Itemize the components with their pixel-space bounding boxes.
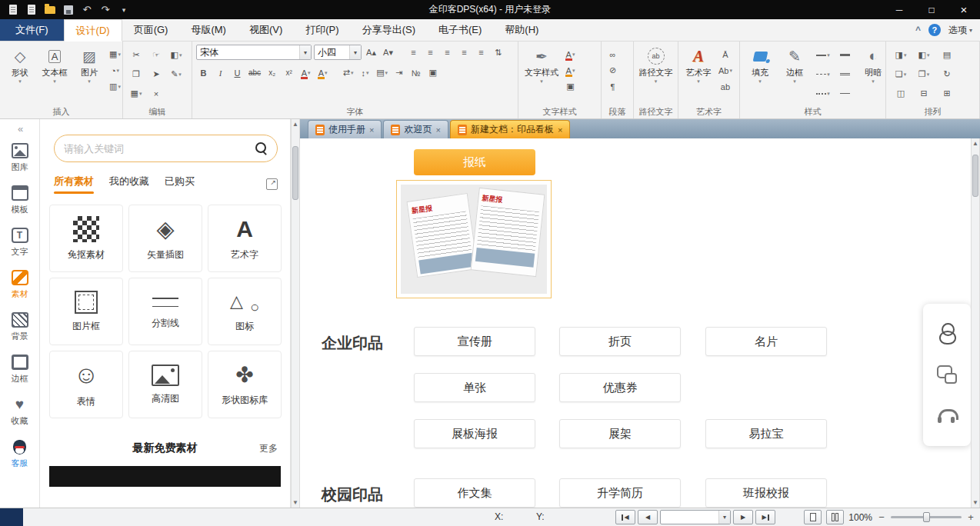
char-spacing-button[interactable]: ⇄▾ (341, 65, 355, 80)
menu-tab-file[interactable]: 文件(F) (0, 19, 64, 41)
collapse-panel-icon[interactable]: « (18, 123, 22, 137)
collapse-ribbon-icon[interactable]: ^ (915, 25, 921, 35)
panel-scrollbar[interactable]: ▲ ▼ (291, 119, 300, 508)
undo-icon[interactable]: ↶ (80, 3, 94, 17)
button-admission-resume[interactable]: 升学简历 (559, 478, 681, 508)
canvas-scrollbar[interactable]: ▲ ▼ (971, 138, 980, 508)
card-art-text[interactable]: A 艺术字 (208, 205, 282, 272)
select-button[interactable]: ➤ (147, 67, 165, 82)
line-style-solid-button[interactable]: ▾ (813, 48, 833, 62)
menu-tab-master[interactable]: 母版(M) (179, 19, 238, 41)
search-input[interactable] (64, 143, 255, 155)
button-flyer[interactable]: 单张 (414, 373, 535, 402)
hand-tool-button[interactable]: ☞ (147, 48, 165, 62)
italic-button[interactable]: I (213, 65, 228, 80)
distribute-v-button[interactable]: ⊟ (913, 86, 935, 101)
button-essay-collection[interactable]: 作文集 (414, 478, 535, 508)
close-tab-icon[interactable]: × (558, 125, 562, 135)
button-business-card[interactable]: 名片 (705, 327, 827, 356)
text-style-button[interactable]: ✒ 文字样式 ▾ (522, 45, 561, 106)
quick-access-dropdown-icon[interactable]: ▾ (117, 3, 131, 17)
open-folder-icon[interactable] (43, 3, 57, 17)
minimize-button[interactable]: ─ (883, 0, 915, 19)
search-icon[interactable] (255, 142, 268, 155)
close-tab-icon[interactable]: × (435, 125, 440, 135)
shrink-font-button[interactable]: A▾ (381, 45, 395, 60)
zoom-out-button[interactable]: − (877, 511, 886, 523)
line-style-dotted-button[interactable]: ▾ (813, 86, 833, 101)
shade-button[interactable]: ◐ 明暗 ▾ (857, 45, 889, 106)
first-page-button[interactable]: ◀ (615, 510, 635, 524)
underline-button[interactable]: U (230, 65, 245, 80)
send-backward-button[interactable]: ◧▾ (913, 48, 935, 62)
card-divider-line[interactable]: 分割线 (128, 278, 202, 345)
copy-button[interactable]: ❐ (127, 67, 145, 82)
vertical-text-button[interactable]: ⇅ (491, 45, 505, 60)
sidebar-item-template[interactable]: 模板 (0, 179, 40, 221)
card-shape-icon-library[interactable]: ✤ 形状图标库 (208, 351, 282, 418)
initial-cap-button[interactable]: Ab▾ (717, 63, 734, 78)
align-right-button[interactable]: ≡ (440, 45, 455, 60)
distribute-h-button[interactable]: ◫ (890, 86, 912, 101)
button-display-stand[interactable]: 展架 (559, 419, 681, 448)
paragraph-mark-button[interactable]: ¶ (605, 79, 620, 94)
zoom-slider-thumb[interactable] (923, 512, 930, 522)
scrollbar-thumb[interactable] (972, 155, 978, 197)
fill-style-button[interactable]: 填充 ▾ (744, 45, 776, 106)
sidebar-item-text[interactable]: T 文字 (0, 221, 40, 264)
card-hd-image[interactable]: 高清图 (128, 351, 202, 418)
last-page-button[interactable]: ▶ (755, 510, 775, 524)
fill-color-button[interactable]: ◧▾ (167, 48, 185, 62)
menu-tab-ebook[interactable]: 电子书(E) (427, 19, 493, 41)
border-style-button[interactable]: ✎ 边框 ▾ (778, 45, 811, 106)
doc-tab-welcome[interactable]: 欢迎页 × (383, 120, 448, 138)
char-border-button[interactable]: ▣ (425, 65, 440, 80)
card-cutout-material[interactable]: 免抠素材 (49, 205, 123, 272)
layers-button[interactable]: ⊞ (936, 86, 958, 101)
menu-tab-page[interactable]: 页面(G) (122, 19, 180, 41)
zoom-slider[interactable] (891, 516, 962, 518)
pinyin-button[interactable]: Ā (717, 47, 734, 62)
sidebar-item-material[interactable]: 素材 (0, 264, 40, 306)
menu-tab-help[interactable]: 帮助(H) (493, 19, 550, 41)
scrollbar-thumb[interactable] (292, 146, 298, 200)
strikethrough-button[interactable]: abc (247, 65, 262, 80)
path-text-button[interactable]: ab 路径文字 ▾ (638, 45, 674, 106)
delete-button[interactable]: × (147, 86, 165, 101)
line-weight-thick-button[interactable] (835, 48, 855, 62)
line-weight-thin-button[interactable] (835, 86, 855, 101)
scroll-up-icon[interactable]: ▲ (292, 119, 298, 129)
wechat-service-button[interactable] (932, 359, 962, 390)
font-size-select[interactable]: 小四▾ (314, 45, 362, 60)
button-coupon[interactable]: 优惠券 (559, 373, 681, 402)
bullet-list-button[interactable]: ▤▾ (375, 65, 389, 80)
sidebar-item-favorites[interactable]: ♥ 收藏 (0, 391, 40, 433)
close-tab-icon[interactable]: × (369, 125, 374, 135)
button-display-poster[interactable]: 展板海报 (414, 419, 535, 448)
save-icon[interactable] (62, 3, 75, 17)
superscript-button[interactable]: x² (282, 65, 296, 80)
maximize-button[interactable]: □ (915, 0, 948, 19)
card-picture-frame[interactable]: 图片框 (49, 278, 123, 345)
tab-my-favorites[interactable]: 我的收藏 (109, 175, 149, 194)
rotate-button[interactable]: ↻ (936, 67, 958, 82)
insert-textbox-button[interactable]: A 文本框 ▾ (38, 45, 71, 106)
scroll-down-icon[interactable]: ▼ (972, 498, 978, 508)
insert-table-button[interactable]: ▦▾ (108, 47, 122, 62)
card-emoji[interactable]: ☺ 表情 (49, 351, 123, 418)
bring-forward-button[interactable]: ◨▾ (890, 48, 912, 62)
tab-all-materials[interactable]: 所有素材 (54, 175, 94, 194)
line-spacing-button[interactable]: ↕▾ (358, 65, 372, 80)
doc-tab-manual[interactable]: 使用手册 × (308, 120, 382, 138)
popout-icon[interactable] (266, 178, 278, 190)
tab-purchased[interactable]: 已购买 (165, 175, 195, 194)
next-page-button[interactable]: ▶ (733, 510, 753, 524)
line-style-dashed-button[interactable]: ▾ (813, 67, 833, 82)
text-color-style-button[interactable]: A▾ (563, 47, 578, 62)
grow-font-button[interactable]: A▴ (364, 45, 378, 60)
asset-preview-strip[interactable] (49, 466, 281, 487)
align-center-button[interactable]: ≡ (423, 45, 438, 60)
card-icons[interactable]: △○ 图标 (208, 278, 282, 345)
sidebar-item-service[interactable]: 客服 (0, 433, 40, 475)
button-class-newspaper[interactable]: 班报校报 (705, 478, 827, 508)
